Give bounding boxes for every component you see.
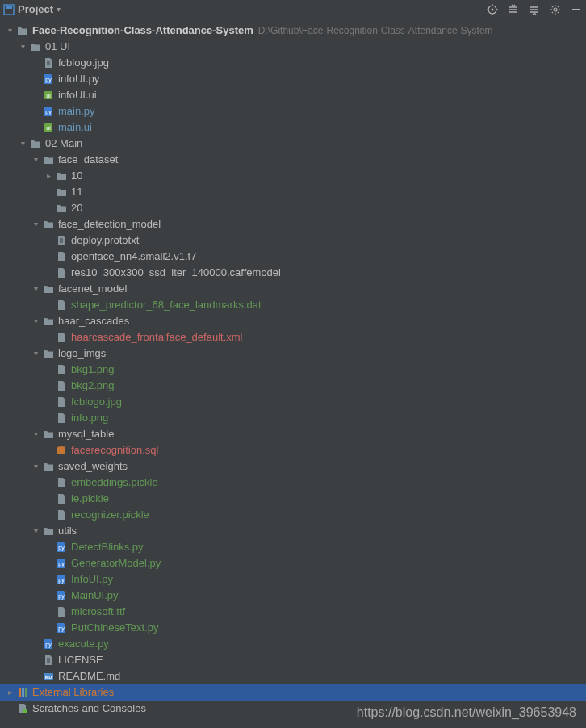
tree-row[interactable]: 20 — [0, 200, 586, 216]
tree-row[interactable]: microsoft.ttf — [0, 604, 586, 620]
svg-text:py: py — [45, 77, 52, 83]
tree-row[interactable]: 01 UI — [0, 39, 586, 55]
node-label: haarcascade_frontalface_default.xml — [71, 329, 242, 345]
tree-row[interactable]: info.png — [0, 410, 586, 426]
chevron-down-icon[interactable] — [29, 458, 42, 475]
tree-row[interactable]: mysql_table — [0, 426, 586, 442]
hide-icon[interactable] — [570, 3, 583, 16]
tree-row[interactable]: shape_predictor_68_face_landmarks.dat — [0, 297, 586, 313]
folder-icon — [42, 347, 55, 360]
node-label: infoUI.ui — [58, 87, 97, 103]
folder-icon — [29, 40, 42, 53]
folder-icon — [42, 153, 55, 166]
expand-all-icon[interactable] — [507, 3, 520, 16]
chevron-down-icon[interactable] — [29, 345, 42, 362]
folder-icon — [42, 282, 55, 295]
project-dropdown-arrow-icon[interactable]: ▾ — [57, 5, 61, 14]
svg-text:py: py — [58, 625, 65, 632]
folder-icon — [55, 202, 68, 215]
tree-row[interactable]: utils — [0, 523, 586, 539]
node-label: PutChineseText.py — [71, 620, 158, 636]
chevron-down-icon[interactable] — [29, 216, 42, 232]
tree-row[interactable]: LICENSE — [0, 652, 586, 668]
svg-text:py: py — [45, 642, 52, 648]
tree-row[interactable]: face_dataset — [0, 152, 586, 168]
tree-row[interactable]: res10_300x300_ssd_iter_140000.caffemodel — [0, 265, 586, 281]
tree-row[interactable]: face_detection_model — [0, 216, 586, 232]
chevron-down-icon[interactable] — [29, 426, 42, 442]
tree-row[interactable]: haarcascade_frontalface_default.xml — [0, 329, 586, 345]
tree-row[interactable]: deploy.prototxt — [0, 232, 586, 249]
tree-row[interactable]: fcblogo.jpg — [0, 55, 586, 71]
py-icon: py — [42, 73, 55, 86]
tree-row[interactable]: pymain.py — [0, 103, 586, 119]
node-label: face_detection_model — [58, 216, 161, 232]
py-icon: py — [55, 541, 68, 554]
tree-row[interactable]: MDREADME.md — [0, 668, 586, 684]
py-icon: py — [55, 621, 68, 634]
folder-icon — [42, 315, 55, 328]
chevron-down-icon[interactable] — [29, 523, 42, 539]
tree-row[interactable]: 11 — [0, 184, 586, 200]
tree-row[interactable]: le.pickle — [0, 491, 586, 507]
tree-row[interactable]: embeddings.pickle — [0, 475, 586, 491]
tree-row[interactable]: 02 Main — [0, 136, 586, 152]
tree-row[interactable]: openface_nn4.small2.v1.t7 — [0, 249, 586, 265]
tree-row[interactable]: Scratches and Consoles — [0, 701, 586, 717]
node-label: shape_predictor_68_face_landmarks.dat — [71, 297, 262, 313]
tree-row[interactable]: uimain.ui — [0, 119, 586, 136]
node-label: logo_imgs — [58, 345, 106, 362]
node-label: main.py — [58, 103, 95, 119]
tree-row[interactable]: 10 — [0, 168, 586, 184]
chevron-right-icon[interactable] — [3, 684, 16, 701]
project-tree[interactable]: Face-Recognition-Class-Attendance-System… — [0, 19, 586, 720]
collapse-all-icon[interactable] — [528, 3, 541, 16]
chevron-down-icon[interactable] — [16, 136, 29, 152]
locate-icon[interactable] — [486, 3, 499, 16]
settings-gear-icon[interactable] — [549, 3, 562, 16]
tree-row[interactable]: pyInfoUI.py — [0, 571, 586, 588]
project-toolbar: Project ▾ — [0, 0, 586, 19]
tree-row[interactable]: facenet_model — [0, 281, 586, 297]
py-icon: py — [42, 105, 55, 118]
node-label: infoUI.py — [58, 71, 99, 87]
tree-row[interactable]: pyPutChineseText.py — [0, 620, 586, 636]
tree-row[interactable]: saved_weights — [0, 458, 586, 475]
tree-row[interactable]: bkg2.png — [0, 378, 586, 394]
py-icon: py — [55, 573, 68, 586]
node-label: LICENSE — [58, 652, 103, 668]
tree-row[interactable]: pyinfoUI.py — [0, 71, 586, 87]
chevron-down-icon[interactable] — [29, 152, 42, 168]
tree-row[interactable]: External Libraries — [0, 684, 586, 701]
node-label: saved_weights — [58, 458, 128, 475]
tree-row[interactable]: recognizer.pickle — [0, 507, 586, 523]
chevron-down-icon[interactable] — [29, 313, 42, 329]
tree-row[interactable]: pyMainUI.py — [0, 588, 586, 604]
folder-icon — [42, 460, 55, 473]
chevron-down-icon[interactable] — [3, 23, 16, 39]
tree-row[interactable]: pyDetectBlinks.py — [0, 539, 586, 555]
svg-text:py: py — [58, 561, 65, 567]
tree-row[interactable]: bkg1.png — [0, 362, 586, 378]
tree-row[interactable]: logo_imgs — [0, 345, 586, 362]
tree-row[interactable]: fcblogo.jpg — [0, 394, 586, 410]
project-tool-icon — [3, 4, 15, 15]
tree-row[interactable]: uiinfoUI.ui — [0, 87, 586, 103]
svg-point-14 — [554, 8, 557, 11]
node-label: mysql_table — [58, 426, 114, 442]
txt-icon — [42, 56, 55, 69]
tree-row[interactable]: facerecognition.sql — [0, 442, 586, 458]
node-label: utils — [58, 523, 77, 539]
folder-icon — [16, 24, 29, 37]
tree-row[interactable]: haar_cascades — [0, 313, 586, 329]
tree-row[interactable]: pyexacute.py — [0, 636, 586, 652]
chevron-down-icon[interactable] — [16, 39, 29, 55]
svg-rect-40 — [19, 688, 21, 697]
chevron-down-icon[interactable] — [29, 281, 42, 297]
folder-icon — [42, 428, 55, 441]
tree-row[interactable]: pyGeneratorModel.py — [0, 555, 586, 571]
chevron-right-icon[interactable] — [42, 168, 55, 184]
project-title[interactable]: Project — [18, 3, 53, 15]
py-icon: py — [55, 589, 68, 602]
tree-row[interactable]: Face-Recognition-Class-Attendance-System… — [0, 23, 586, 39]
